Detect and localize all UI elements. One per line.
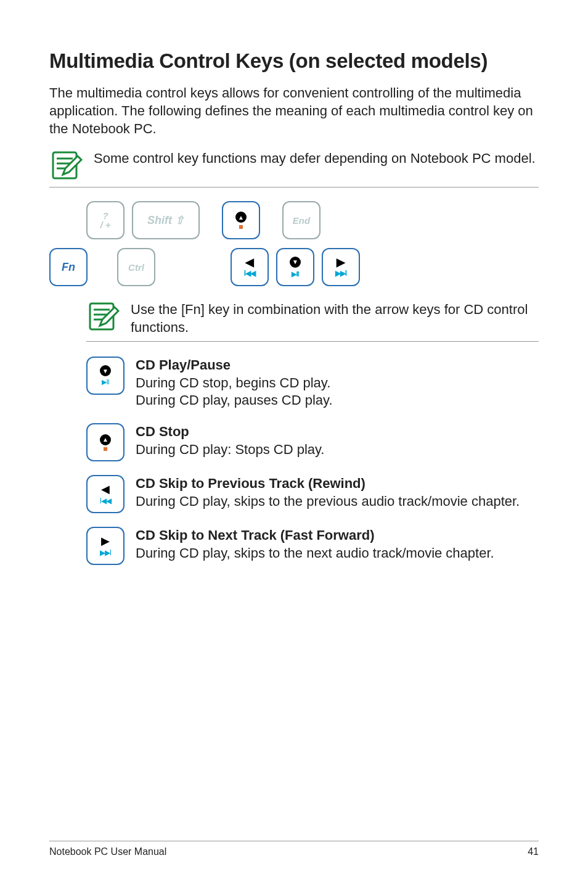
func-title: CD Stop (136, 424, 189, 439)
key-shift: Shift ⇧ (132, 201, 200, 239)
func-line: During CD play, skips to the previous au… (136, 493, 520, 509)
key-arrow-down-play: ▼ ▶ІІ (276, 248, 314, 286)
footer-page-number: 41 (528, 846, 539, 857)
func-line: During CD stop, begins CD play. (136, 375, 330, 390)
note-block-2: Use the [Fn] key in combination with the… (86, 300, 539, 336)
func-text: CD Play/Pause During CD stop, begins CD … (136, 357, 333, 410)
key-end: End (282, 201, 321, 239)
func-text: CD Skip to Next Track (Fast Forward) Dur… (136, 527, 494, 562)
key-arrow-right-next: ▶ ▶▶І (322, 248, 360, 286)
next-key-icon: ▶ ▶▶І (86, 527, 125, 565)
key-ctrl: Ctrl (117, 248, 155, 286)
note-block-1: Some control key functions may defer dep… (49, 149, 539, 182)
note-text-2: Use the [Fn] key in combination with the… (131, 300, 539, 336)
function-list: ▼ ▶ІІ CD Play/Pause During CD stop, begi… (86, 357, 539, 565)
note-text-1: Some control key functions may defer dep… (94, 149, 536, 168)
func-line: During CD play: Stops CD play. (136, 442, 325, 457)
func-stop: ▲ CD Stop During CD play: Stops CD play. (86, 423, 539, 461)
page-footer: Notebook PC User Manual 41 (49, 841, 539, 857)
key-fn: Fn (49, 248, 88, 286)
page-title: Multimedia Control Keys (on selected mod… (49, 49, 539, 73)
func-line: During CD play, pauses CD play. (136, 392, 333, 408)
func-line: During CD play, skips to the next audio … (136, 545, 494, 561)
divider (86, 341, 539, 342)
notepad-icon (49, 149, 83, 182)
key-arrow-up-stop: ▲ (222, 201, 260, 239)
key-arrow-left-prev: ◀ І◀◀ (231, 248, 269, 286)
key-slash: ? / + (86, 201, 125, 239)
func-title: CD Skip to Next Track (Fast Forward) (136, 527, 375, 543)
notepad-icon (86, 300, 120, 333)
func-play-pause: ▼ ▶ІІ CD Play/Pause During CD stop, begi… (86, 357, 539, 410)
func-title: CD Skip to Previous Track (Rewind) (136, 476, 365, 491)
func-title: CD Play/Pause (136, 357, 231, 373)
play-pause-key-icon: ▼ ▶ІІ (86, 357, 125, 395)
func-text: CD Stop During CD play: Stops CD play. (136, 423, 325, 458)
prev-key-icon: ◀ І◀◀ (86, 475, 125, 513)
func-next-track: ▶ ▶▶І CD Skip to Next Track (Fast Forwar… (86, 527, 539, 565)
stop-key-icon: ▲ (86, 423, 125, 461)
footer-manual-title: Notebook PC User Manual (49, 846, 166, 857)
intro-paragraph: The multimedia control keys allows for c… (49, 84, 539, 138)
divider (49, 187, 539, 188)
func-text: CD Skip to Previous Track (Rewind) Durin… (136, 475, 520, 510)
func-prev-track: ◀ І◀◀ CD Skip to Previous Track (Rewind)… (86, 475, 539, 513)
keyboard-diagram: ? / + Shift ⇧ ▲ End Fn Ctrl ◀ І◀◀ ▼ (86, 201, 539, 286)
